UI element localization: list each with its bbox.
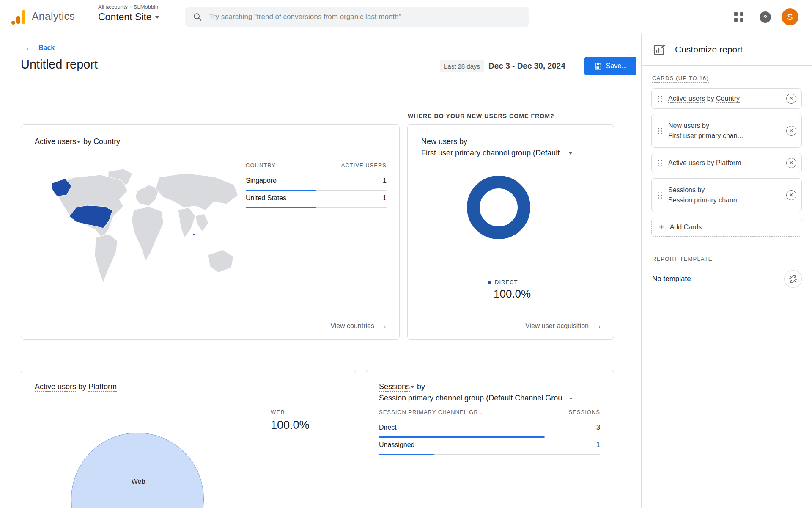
row-label: Direct (379, 424, 397, 431)
item-dimension[interactable]: Country (716, 95, 740, 103)
card-sessions-by-channel: Sessions by Session primary channel grou… (366, 370, 614, 508)
product-name: Analytics (32, 10, 75, 22)
chevron-down-icon (155, 16, 159, 19)
avatar[interactable]: S (782, 8, 798, 25)
remove-card-icon[interactable]: ✕ (786, 94, 796, 104)
cards-list: Active users by Country ✕ New users by F… (642, 83, 812, 212)
table-row[interactable]: United States 1 (246, 190, 387, 208)
dimension-selector[interactable]: Country (93, 137, 120, 146)
drag-handle-icon[interactable] (658, 96, 662, 102)
link-label: View countries (330, 322, 374, 330)
search-bar[interactable] (185, 7, 529, 27)
drag-handle-icon[interactable] (658, 128, 662, 134)
chevron-down-icon (569, 152, 572, 155)
template-value: No template (652, 275, 691, 283)
sidebar-card-active-users-by-country[interactable]: Active users by Country ✕ (651, 88, 802, 109)
remove-card-icon[interactable]: ✕ (786, 158, 796, 168)
view-countries-link[interactable]: View countries → (330, 321, 387, 331)
sidebar-card-sessions-by-channel[interactable]: Sessions by Session primary chann... ✕ (651, 178, 802, 212)
unlink-template-button[interactable] (784, 270, 802, 288)
remove-card-icon[interactable]: ✕ (786, 190, 796, 200)
add-cards-label: Add Cards (670, 224, 702, 231)
row-label: Singapore (246, 177, 277, 185)
row-label: United States (246, 194, 286, 202)
page-title: Untitled report (21, 58, 98, 72)
dimension-selector[interactable]: First user primary channel group (Defaul… (421, 149, 568, 157)
save-button[interactable]: Save... (584, 57, 636, 75)
date-range-row: Last 28 days Dec 3 - Dec 30, 2024 Save..… (440, 56, 636, 76)
legend-dot-icon (488, 281, 491, 284)
column-header-active-users[interactable]: ACTIVE USERS (341, 162, 387, 169)
apps-grid-icon[interactable] (734, 12, 744, 22)
sidebar-card-active-users-by-platform[interactable]: Active users by Platform ✕ (651, 153, 802, 173)
arrow-right-icon: → (379, 321, 387, 331)
row-value: 1 (383, 194, 387, 202)
back-button[interactable]: ← Back (25, 43, 55, 52)
dimension-selector[interactable]: Platform (88, 382, 117, 392)
item-dimension[interactable]: Platform (716, 159, 741, 167)
table-row[interactable]: Direct 3 (379, 420, 600, 437)
date-range-value[interactable]: Dec 3 - Dec 30, 2024 (488, 61, 565, 71)
item-metric[interactable]: Active users (668, 95, 705, 103)
by-label: by (417, 382, 425, 391)
account-breadcrumb: All accounts › SLMobbin Content Site (98, 4, 159, 23)
chevron-down-icon (77, 141, 80, 143)
new-users-question-label: WHERE DO YOUR NEW USERS COME FROM? (408, 113, 554, 119)
country-table: COUNTRY ACTIVE USERS Singapore 1 United … (246, 162, 387, 208)
column-header-country[interactable]: COUNTRY (246, 162, 276, 169)
metric-selector[interactable]: Active users (35, 382, 76, 392)
report-template-label[interactable]: REPORT TEMPLATE (652, 256, 713, 263)
metric-selector[interactable]: Active users (35, 137, 76, 146)
plus-icon: + (659, 223, 664, 232)
drag-handle-icon[interactable] (658, 192, 662, 199)
row-label: Unassigned (379, 441, 415, 449)
sessions-table: SESSION PRIMARY CHANNEL GR... SESSIONS D… (379, 409, 600, 455)
card-new-users-by-channel: New users by First user primary channel … (407, 124, 614, 340)
header-divider (90, 8, 90, 25)
column-header-channel[interactable]: SESSION PRIMARY CHANNEL GR... (379, 409, 484, 416)
metric-selector[interactable]: New users (421, 137, 457, 146)
row-bar (379, 454, 434, 455)
property-selector[interactable]: Content Site (98, 11, 159, 23)
dimension-selector[interactable]: Session primary channel group (Default C… (379, 394, 568, 402)
bubble-label: Web (119, 478, 157, 486)
column-header-sessions[interactable]: SESSIONS (569, 409, 600, 416)
help-icon[interactable]: ? (760, 11, 771, 23)
table-row[interactable]: Unassigned 1 (379, 437, 600, 455)
world-map[interactable] (45, 166, 248, 293)
report-template-row: No template (642, 263, 812, 288)
remove-card-icon[interactable]: ✕ (786, 126, 796, 136)
date-preset-label[interactable]: Last 28 days (440, 60, 484, 72)
save-icon (594, 62, 602, 70)
cards-section-label[interactable]: CARDS (UP TO 16) (652, 75, 709, 83)
breadcrumb-property[interactable]: SLMobbin (134, 4, 159, 10)
bubble-chart[interactable] (71, 433, 204, 508)
add-cards-button[interactable]: + Add Cards (651, 218, 802, 237)
item-metric[interactable]: Sessions (668, 186, 696, 194)
metric-selector[interactable]: Sessions (379, 382, 410, 392)
top-app-bar: Analytics All accounts › SLMobbin Conten… (0, 0, 812, 34)
item-by: by (705, 95, 716, 102)
map-region-united-states (69, 205, 112, 228)
sidebar-card-new-users-by-channel[interactable]: New users by First user primary chan... … (651, 114, 802, 148)
view-user-acquisition-link[interactable]: View user acquisition → (525, 321, 602, 331)
item-metric[interactable]: New users (668, 122, 700, 130)
table-row[interactable]: Singapore 1 (246, 173, 387, 190)
donut-chart[interactable] (467, 176, 530, 239)
legend-value: 100.0% (271, 419, 310, 432)
save-label: Save... (606, 62, 627, 70)
row-value: 1 (383, 177, 387, 185)
card-platform-title: Active users by Platform (35, 381, 117, 392)
breadcrumb-all-accounts[interactable]: All accounts (98, 4, 128, 10)
arrow-right-icon: → (594, 321, 602, 331)
legend-value: 100.0% (494, 287, 531, 301)
item-metric[interactable]: Active users (668, 159, 705, 167)
map-region-singapore (193, 234, 195, 236)
item-by: by (705, 159, 716, 166)
card-country-title: Active users by Country (35, 136, 120, 147)
drag-handle-icon[interactable] (658, 160, 662, 166)
search-input[interactable] (209, 13, 521, 21)
donut-legend: DIRECT 100.0% (488, 279, 531, 301)
card-newusers-title: New users by First user primary channel … (421, 136, 573, 159)
divider (642, 246, 812, 246)
